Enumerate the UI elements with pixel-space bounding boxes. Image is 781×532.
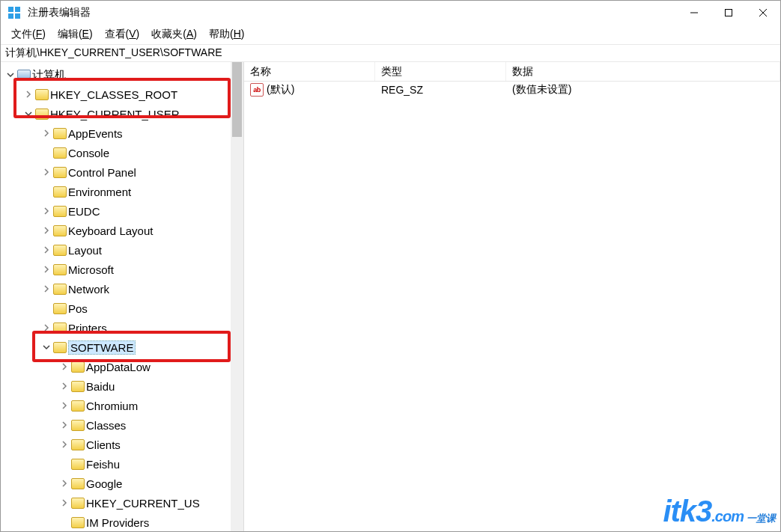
folder-icon — [71, 439, 85, 450]
tree-item-label: AppDataLow — [86, 361, 151, 373]
chevron-down-icon[interactable] — [41, 342, 52, 352]
tree-item-pos[interactable]: Pos — [1, 299, 243, 318]
menu-edit-key: E — [82, 28, 89, 40]
list-rows[interactable]: ab(默认)REG_SZ(数值未设置) — [244, 82, 780, 531]
svg-rect-1 — [15, 7, 20, 12]
column-name[interactable]: 名称 — [244, 62, 375, 81]
tree-container[interactable]: 计算机HKEY_CLASSES_ROOTHKEY_CURRENT_USERApp… — [1, 62, 243, 531]
window-controls — [677, 1, 780, 25]
folder-icon — [71, 459, 85, 470]
tree-item-layout[interactable]: Layout — [1, 240, 243, 260]
chevron-right-icon[interactable] — [59, 439, 70, 450]
folder-icon — [53, 245, 67, 256]
folder-icon — [53, 147, 67, 159]
cell-type: REG_SZ — [375, 84, 506, 96]
tree-item-appdatalow[interactable]: AppDataLow — [1, 357, 243, 376]
tree-item-label: Control Panel — [68, 166, 136, 179]
folder-icon — [71, 420, 85, 431]
menu-file-label: 文件 — [11, 28, 32, 40]
chevron-right-icon[interactable] — [41, 264, 52, 275]
chevron-down-icon[interactable] — [23, 108, 34, 119]
value-name: (默认) — [267, 83, 294, 97]
tree-item-label: Classes — [86, 419, 126, 432]
chevron-right-icon[interactable] — [59, 400, 70, 411]
tree-item-eudc[interactable]: EUDC — [1, 201, 243, 221]
string-value-icon: ab — [250, 83, 264, 97]
chevron-right-icon[interactable] — [41, 284, 52, 294]
app-icon — [8, 7, 20, 19]
folder-icon — [53, 303, 67, 314]
chevron-down-icon[interactable] — [5, 70, 16, 80]
chevron-right-icon[interactable] — [41, 128, 52, 138]
no-expander-icon — [41, 147, 52, 158]
tree-item-software[interactable]: SOFTWARE — [1, 337, 243, 357]
main-split: 计算机HKEY_CLASSES_ROOTHKEY_CURRENT_USERApp… — [1, 62, 780, 531]
menu-help[interactable]: 帮助(H) — [203, 26, 250, 43]
tree-item-console[interactable]: Console — [1, 143, 243, 162]
chevron-right-icon[interactable] — [59, 498, 70, 508]
tree-item-baidu[interactable]: Baidu — [1, 376, 243, 396]
no-expander-icon — [59, 459, 70, 469]
tree-item-计算机[interactable]: 计算机 — [1, 65, 243, 85]
tree-item-label: AppEvents — [68, 127, 123, 140]
menu-file[interactable]: 文件(F) — [5, 26, 52, 43]
list-header: 名称 类型 数据 — [244, 62, 780, 82]
chevron-right-icon[interactable] — [41, 245, 52, 255]
column-type[interactable]: 类型 — [375, 62, 506, 81]
tree-item-im-providers[interactable]: IM Providers — [1, 513, 243, 531]
tree-item-classes[interactable]: Classes — [1, 415, 243, 435]
cell-data: (数值未设置) — [506, 83, 780, 97]
chevron-right-icon[interactable] — [59, 381, 70, 391]
chevron-right-icon[interactable] — [59, 361, 70, 372]
menu-view-label: 查看 — [105, 28, 126, 40]
tree-item-printers[interactable]: Printers — [1, 318, 243, 337]
menu-view[interactable]: 查看(V) — [99, 26, 146, 43]
folder-icon — [35, 89, 49, 100]
chevron-right-icon[interactable] — [23, 89, 34, 100]
tree-item-feishu[interactable]: Feishu — [1, 454, 243, 474]
tree-item-label: Network — [68, 283, 109, 296]
tree-item-label: IM Providers — [86, 516, 149, 529]
menu-help-key: H — [234, 28, 241, 40]
maximize-button[interactable] — [711, 1, 746, 25]
chevron-right-icon[interactable] — [41, 225, 52, 236]
menu-favorites[interactable]: 收藏夹(A) — [145, 26, 203, 43]
address-bar[interactable]: 计算机\HKEY_CURRENT_USER\SOFTWARE — [1, 44, 780, 62]
tree-pane: 计算机HKEY_CLASSES_ROOTHKEY_CURRENT_USERApp… — [1, 62, 244, 531]
list-item[interactable]: ab(默认)REG_SZ(数值未设置) — [244, 82, 780, 98]
tree-item-hkey_classes_root[interactable]: HKEY_CLASSES_ROOT — [1, 85, 243, 104]
tree-item-hkey_current_us[interactable]: HKEY_CURRENT_US — [1, 493, 243, 513]
no-expander-icon — [59, 517, 70, 528]
menu-edit[interactable]: 编辑(E) — [52, 26, 99, 43]
chevron-right-icon[interactable] — [59, 420, 70, 430]
no-expander-icon — [41, 303, 52, 314]
tree-item-label: Google — [86, 477, 122, 490]
tree-item-hkey_current_user[interactable]: HKEY_CURRENT_USER — [1, 104, 243, 123]
menu-view-key: V — [129, 28, 136, 40]
chevron-right-icon[interactable] — [41, 206, 52, 216]
chevron-right-icon[interactable] — [59, 478, 70, 489]
tree-item-clients[interactable]: Clients — [1, 435, 243, 454]
folder-icon — [35, 108, 49, 120]
tree-item-label: Environment — [68, 186, 131, 198]
tree-item-environment[interactable]: Environment — [1, 182, 243, 201]
tree-scrollbar[interactable] — [231, 62, 243, 531]
tree-item-google[interactable]: Google — [1, 474, 243, 493]
minimize-button[interactable] — [677, 1, 711, 25]
folder-icon — [71, 478, 85, 489]
no-expander-icon — [41, 186, 52, 197]
close-button[interactable] — [746, 1, 780, 25]
folder-icon — [53, 225, 67, 236]
tree-item-microsoft[interactable]: Microsoft — [1, 260, 243, 279]
tree-item-appevents[interactable]: AppEvents — [1, 123, 243, 143]
scrollbar-thumb[interactable] — [232, 62, 242, 137]
tree-item-network[interactable]: Network — [1, 279, 243, 299]
column-data[interactable]: 数据 — [506, 62, 780, 81]
tree-item-chromium[interactable]: Chromium — [1, 396, 243, 415]
tree-item-label: SOFTWARE — [68, 340, 136, 355]
tree-item-keyboard-layout[interactable]: Keyboard Layout — [1, 221, 243, 240]
chevron-right-icon[interactable] — [41, 322, 52, 333]
chevron-right-icon[interactable] — [41, 167, 52, 177]
tree-item-control-panel[interactable]: Control Panel — [1, 162, 243, 182]
registry-editor-window: 注册表编辑器 文件(F) 编辑(E) 查看(V) 收藏夹(A) 帮助(H) 计算… — [0, 0, 781, 532]
